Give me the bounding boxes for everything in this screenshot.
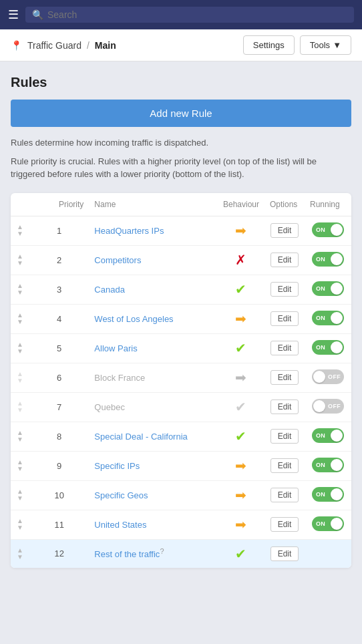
row-options: Edit [264, 304, 305, 333]
row-name[interactable]: Canada [89, 275, 218, 304]
edit-button[interactable]: Edit [270, 429, 299, 444]
sort-arrows: ▲ ▼ [16, 341, 24, 355]
row-priority: 1 [29, 216, 89, 245]
toggle-on[interactable]: ON [312, 516, 344, 531]
row-name[interactable]: Specific IPs [89, 451, 218, 480]
edit-button[interactable]: Edit [270, 399, 299, 414]
row-behaviour: ➡ [218, 510, 264, 539]
sort-handle[interactable]: ▲ ▼ [11, 392, 29, 422]
sort-handle[interactable]: ▲ ▼ [11, 451, 29, 480]
edit-button[interactable]: Edit [270, 223, 299, 238]
row-name[interactable]: Allow Paris [89, 333, 218, 363]
edit-button[interactable]: Edit [270, 517, 299, 532]
row-running: ON [305, 216, 351, 245]
check-icon: ✔ [235, 429, 246, 444]
edit-button[interactable]: Edit [270, 311, 299, 326]
table-row: ▲ ▼ 2 Competitors ✗ Edit ON [11, 245, 351, 275]
forward-icon: ➡ [235, 458, 246, 473]
row-name[interactable]: Rest of the traffic? [89, 539, 218, 568]
sort-arrows: ▲ ▼ [16, 283, 24, 296]
toggle-on[interactable]: ON [312, 311, 344, 325]
rules-table: Priority Name Behaviour Options Running [11, 193, 351, 568]
row-name[interactable]: Block France [89, 363, 218, 392]
toggle-on[interactable]: ON [312, 252, 344, 267]
forward-icon: ➡ [235, 517, 246, 532]
table-row: ▲ ▼ 4 West of Los Angeles ➡ Edit ON [11, 304, 351, 333]
row-name[interactable]: West of Los Angeles [89, 304, 218, 333]
toggle-on[interactable]: ON [312, 281, 344, 296]
add-rule-button[interactable]: Add new Rule [11, 100, 351, 127]
row-running: ON [305, 510, 351, 539]
sort-handle[interactable]: ▲ ▼ [11, 304, 29, 333]
row-priority: 5 [29, 333, 89, 363]
row-name[interactable]: Special Deal - California [89, 422, 218, 451]
breadcrumb-parent[interactable]: Traffic Guard [27, 40, 81, 51]
sort-handle[interactable]: ▲ ▼ [11, 245, 29, 275]
row-behaviour: ➡ [218, 363, 264, 392]
menu-icon[interactable]: ☰ [8, 7, 19, 22]
toggle-on[interactable]: ON [312, 222, 344, 237]
sort-handle[interactable]: ▲ ▼ [11, 333, 29, 363]
row-running: ON [305, 480, 351, 510]
row-options: Edit [264, 451, 305, 480]
breadcrumb-bar: 📍 Traffic Guard / Main Settings Tools ▼ [0, 29, 362, 61]
table-row: ▲ ▼ 12 Rest of the traffic? ✔ Edit [11, 539, 351, 568]
sort-handle[interactable]: ▲ ▼ [11, 275, 29, 304]
row-running: ON [305, 451, 351, 480]
row-behaviour: ➡ [218, 216, 264, 245]
sort-handle[interactable]: ▲ ▼ [11, 480, 29, 510]
row-behaviour: ➡ [218, 480, 264, 510]
toggle-on[interactable]: ON [312, 340, 344, 355]
edit-button[interactable]: Edit [270, 282, 299, 297]
toggle-on[interactable]: ON [312, 428, 344, 443]
sort-handle[interactable]: ▲ ▼ [11, 510, 29, 539]
settings-button[interactable]: Settings [243, 35, 295, 55]
row-running: OFF [305, 363, 351, 392]
check-icon: ✔ [235, 341, 246, 355]
edit-button[interactable]: Edit [270, 370, 299, 385]
row-options: Edit [264, 480, 305, 510]
search-input[interactable] [47, 9, 347, 20]
row-name[interactable]: Specific Geos [89, 480, 218, 510]
edit-button[interactable]: Edit [270, 546, 299, 561]
row-running: ON [305, 422, 351, 451]
row-name[interactable]: United States [89, 510, 218, 539]
toggle-off[interactable]: OFF [312, 369, 344, 384]
forward-gray-icon: ➡ [235, 370, 246, 385]
edit-button[interactable]: Edit [270, 488, 299, 502]
toggle-on[interactable]: ON [312, 487, 344, 502]
edit-button[interactable]: Edit [270, 253, 299, 267]
check-icon: ✔ [235, 546, 246, 561]
row-behaviour: ✔ [218, 539, 264, 568]
sort-handle[interactable]: ▲ ▼ [11, 422, 29, 451]
toggle-off[interactable]: OFF [312, 399, 344, 414]
breadcrumb-actions: Settings Tools ▼ [243, 35, 351, 55]
row-priority: 7 [29, 392, 89, 422]
toggle-on[interactable]: ON [312, 458, 344, 472]
row-options: Edit [264, 510, 305, 539]
search-bar[interactable]: 🔍 [25, 7, 354, 23]
row-running: ON [305, 275, 351, 304]
sort-arrows: ▲ ▼ [16, 518, 24, 531]
sort-arrows: ▲ ▼ [16, 430, 24, 443]
row-running: OFF [305, 392, 351, 422]
page-title: Rules [11, 75, 351, 90]
forward-icon: ➡ [235, 488, 246, 502]
sort-arrows: ▲ ▼ [16, 224, 24, 237]
sort-handle[interactable]: ▲ ▼ [11, 539, 29, 568]
row-name[interactable]: Quebec [89, 392, 218, 422]
row-options: Edit [264, 539, 305, 568]
row-options: Edit [264, 245, 305, 275]
th-name: Name [89, 193, 218, 216]
row-name[interactable]: HeadQuarters IPs [89, 216, 218, 245]
th-running: Running [305, 193, 351, 216]
sort-handle[interactable]: ▲ ▼ [11, 363, 29, 392]
row-name[interactable]: Competitors [89, 245, 218, 275]
edit-button[interactable]: Edit [270, 341, 299, 355]
sort-handle[interactable]: ▲ ▼ [11, 216, 29, 245]
th-priority: Priority [29, 193, 89, 216]
edit-button[interactable]: Edit [270, 458, 299, 473]
row-running [305, 539, 351, 568]
tools-button[interactable]: Tools ▼ [300, 35, 351, 55]
row-options: Edit [264, 275, 305, 304]
